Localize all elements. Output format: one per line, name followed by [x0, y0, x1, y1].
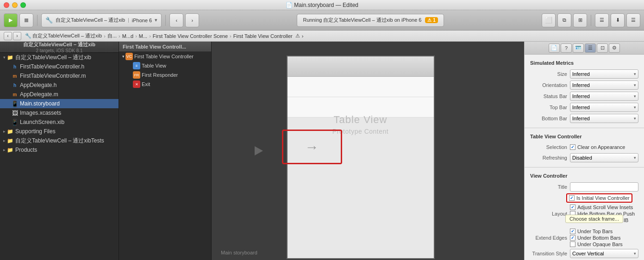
- tree-item-mainstoryboard[interactable]: 📱 Main.storyboard: [0, 99, 119, 108]
- nav-project-subtitle: 2 targets, iOS SDK 8.1: [36, 48, 82, 53]
- initial-vc-checkbox[interactable]: [569, 195, 575, 201]
- statusbar-control: Inferred ▾: [570, 92, 638, 101]
- inspector-quick-help-btn[interactable]: ?: [561, 43, 572, 53]
- inspector-attributes-btn[interactable]: ☰: [585, 43, 596, 53]
- run-button[interactable]: ▶: [4, 13, 18, 27]
- orientation-dropdown[interactable]: Inferred ▾: [570, 80, 638, 90]
- assets-icon: 🖼: [11, 109, 19, 117]
- breadcrumb-warning-icon: ⚠: [295, 33, 300, 39]
- tree-item-appdelegatem[interactable]: m AppDelegate.m: [0, 90, 119, 99]
- statusbar-row: Status Bar Inferred ▾: [525, 91, 644, 102]
- breadcrumb-back[interactable]: ‹: [4, 32, 12, 40]
- inspector-connections-btn[interactable]: ⚙: [609, 43, 620, 53]
- scheme-selector[interactable]: 🔧 自定义TableViewCell – 通过xib | iPhone 6 ▾: [41, 13, 162, 27]
- nav-left-button[interactable]: ‹: [169, 13, 183, 27]
- breadcrumb-sep-0: ›: [104, 33, 106, 39]
- selection-checkbox-row: Clear on Appearance: [570, 144, 625, 150]
- is-initial-vc-box[interactable]: Is Initial View Controller: [566, 193, 632, 203]
- refreshing-dropdown[interactable]: Disabled ▾: [570, 153, 638, 162]
- warning-badge[interactable]: ⚠ 1: [425, 17, 438, 23]
- maximize-button[interactable]: [20, 2, 26, 8]
- size-dropdown[interactable]: Inferred ▾: [570, 69, 638, 79]
- breadcrumb-item-0[interactable]: 🔧 自定义TableViewCell – 通过xib: [25, 32, 102, 39]
- debug-toggle[interactable]: ⬇: [611, 13, 625, 27]
- selection-indicator: →: [282, 130, 342, 164]
- status-text: Running 自定义TableViewCell – 通过xib on iPho…: [303, 17, 421, 24]
- breadcrumb-item-1[interactable]: 自...: [107, 32, 117, 39]
- transition-dropdown[interactable]: Cover Vertical ▾: [570, 249, 638, 258]
- breadcrumb-nav: ‹ ›: [4, 32, 21, 40]
- nav-right-button[interactable]: ›: [185, 13, 199, 27]
- breadcrumb-folder-icon: 🔧: [25, 33, 31, 39]
- tree-item-images[interactable]: 🖼 Images.xcassets: [0, 108, 119, 118]
- outline-item-tableview[interactable]: ▸ ≡ Table View: [119, 61, 211, 70]
- topbar-dropdown[interactable]: Inferred ▾: [570, 103, 638, 112]
- nav-header: 自定义TableViewCell – 通过xib 2 targets, iOS …: [0, 42, 119, 53]
- stop-icon: [25, 19, 28, 22]
- transition-dropdown-arrow: ▾: [634, 251, 636, 256]
- toolbar-separator-1: [37, 15, 38, 26]
- scheme-icon: 🔧: [45, 17, 53, 24]
- inspector-file-btn[interactable]: 📄: [549, 43, 560, 53]
- breadcrumb-forward-icon: ›: [302, 33, 304, 39]
- under-bottom-checkbox[interactable]: [570, 235, 575, 241]
- vc-title-input[interactable]: [570, 182, 638, 192]
- navigator-toggle[interactable]: ☰: [595, 13, 609, 27]
- extend-edges-control: Under Top Bars Under Bottom Bars Under O…: [570, 229, 638, 247]
- fr-icon: FR: [133, 71, 140, 79]
- editor-version-button[interactable]: ⊞: [573, 13, 587, 27]
- bottombar-dropdown[interactable]: Inferred ▾: [570, 114, 638, 123]
- main-toolbar: ▶ 🔧 自定义TableViewCell – 通过xib | iPhone 6 …: [0, 10, 644, 31]
- tree-item-ftvch[interactable]: h FirstTableViewController.h: [0, 62, 119, 71]
- breadcrumb-forward[interactable]: ›: [13, 32, 21, 40]
- breadcrumb-item-3[interactable]: M...: [139, 33, 147, 39]
- tree-item-group-main[interactable]: ▾ 📁 自定义TableViewCell – 通过xib: [0, 53, 119, 62]
- stop-button[interactable]: [19, 13, 33, 27]
- inspector-identity-btn[interactable]: 🪪: [573, 43, 584, 53]
- editor-assistant-button[interactable]: ⧉: [557, 13, 571, 27]
- breadcrumb-item-4[interactable]: First Table View Controller Scene: [153, 33, 228, 39]
- arrow-right-icon: →: [305, 139, 319, 155]
- statusbar-dropdown[interactable]: Inferred ▾: [570, 92, 638, 101]
- refreshing-control: Disabled ▾: [570, 153, 638, 162]
- refreshing-label: Refreshing: [530, 155, 567, 161]
- outline-item-responder[interactable]: ▸ FR First Responder: [119, 70, 211, 80]
- iphone-container: → Table View Prototype Content: [287, 56, 435, 259]
- traffic-lights: [4, 2, 26, 8]
- editor-version-icon: ⊞: [578, 17, 582, 23]
- transition-control: Cover Vertical ▾: [570, 249, 638, 258]
- inspector-size-btn[interactable]: ⊡: [597, 43, 608, 53]
- tree-item-tests[interactable]: ▸ 📁 自定义TableViewCell – 通过xibTests: [0, 136, 119, 145]
- tree-item-products[interactable]: ▸ 📁 Products: [0, 145, 119, 155]
- topbar-dropdown-arrow: ▾: [634, 105, 636, 110]
- scheme-dropdown-arrow: ▾: [155, 17, 157, 23]
- sidebar: 自定义TableViewCell – 通过xib 2 targets, iOS …: [0, 42, 119, 260]
- adjust-scroll-checkbox[interactable]: [570, 204, 575, 210]
- selection-checkbox[interactable]: [570, 144, 575, 150]
- close-button[interactable]: [4, 2, 9, 8]
- statusbar-dropdown-arrow: ▾: [634, 94, 636, 99]
- under-opaque-checkbox[interactable]: [570, 241, 575, 247]
- bottombar-dropdown-arrow: ▾: [634, 116, 636, 121]
- tree-item-supporting[interactable]: ▸ 📁 Supporting Files: [0, 127, 119, 136]
- utilities-toggle[interactable]: ☰: [626, 13, 640, 27]
- navigator-icon: ☰: [600, 17, 604, 23]
- storyboard-outline-panel: First Table View Controll... ▾ VC First …: [119, 42, 212, 260]
- tree-item-appdelegateh[interactable]: h AppDelegate.h: [0, 80, 119, 90]
- folder-icon-3: 📁: [6, 137, 14, 144]
- extend-edges-checkboxes: Under Top Bars Under Bottom Bars Under O…: [570, 229, 623, 247]
- outline-item-vc[interactable]: ▾ VC First Table View Controller: [119, 52, 211, 61]
- refreshing-dropdown-arrow: ▾: [634, 155, 636, 160]
- under-top-checkbox[interactable]: [570, 229, 575, 234]
- editor-assistant-icon: ⧉: [563, 17, 566, 23]
- transition-label: Transition Style: [530, 251, 567, 256]
- minimize-button[interactable]: [12, 2, 18, 8]
- breadcrumb-item-2[interactable]: M...d: [122, 33, 133, 39]
- tree-item-ftvcm[interactable]: m FirstTableViewController.m: [0, 71, 119, 80]
- outline-item-exit[interactable]: ▸ ✕ Exit: [119, 80, 211, 89]
- breadcrumb-item-5[interactable]: First Table View Controller: [233, 33, 293, 39]
- editor-standard-button[interactable]: ⬜: [542, 13, 556, 27]
- bottombar-control: Inferred ▾: [570, 114, 638, 123]
- tree-item-launchscreen[interactable]: 📱 LaunchScreen.xib: [0, 118, 119, 127]
- nav-project-title: 自定义TableViewCell – 通过xib: [23, 42, 95, 48]
